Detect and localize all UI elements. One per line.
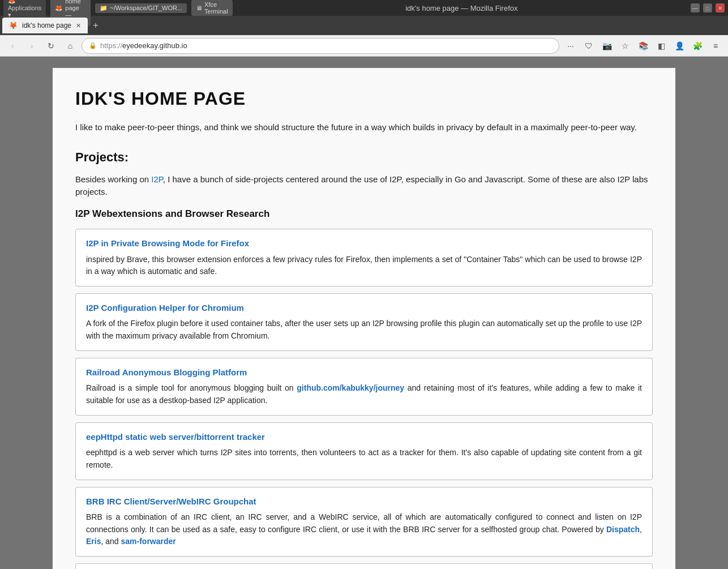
nav-right-icons: ··· 🛡 📷 ☆ 📚 ◧ 👤 🧩 ≡ <box>563 38 723 54</box>
intro-text: I like to make peer-to-peer things, and … <box>75 121 653 134</box>
addons-icon[interactable]: 🧩 <box>690 38 705 54</box>
project-card-5-title[interactable]: BRB IRC Client/Server/WebIRC Groupchat <box>86 495 256 508</box>
project-card-4: eepHttpd static web server/bittorrent tr… <box>75 422 653 480</box>
camera-icon[interactable]: 📷 <box>599 38 615 54</box>
taskbar-tab-2[interactable]: 📁 ~/Workspace/GIT_WOR... <box>95 3 187 13</box>
journey-link[interactable]: github.com/kabukky/journey <box>297 383 404 392</box>
firefox-small-icon: 🦊 <box>55 5 63 12</box>
titlebar: 🦊 Applications ▾ 🦊 idk's home page — Moz… <box>0 0 728 16</box>
home-button[interactable]: ⌂ <box>62 38 78 54</box>
terminal-icon: 🖥 <box>196 5 202 11</box>
forward-button[interactable]: › <box>24 38 40 54</box>
applications-menu[interactable]: 🦊 Applications ▾ <box>3 0 46 20</box>
sidebar-toggle-icon[interactable]: ◧ <box>653 38 669 54</box>
new-tab-button[interactable]: + <box>89 19 102 32</box>
project-card-1-desc: inspired by Brave, this browser extensio… <box>86 254 642 278</box>
bookmark-star-icon[interactable]: ☆ <box>617 38 633 54</box>
project-card-2: I2P Configuration Helper for Chromium A … <box>75 293 653 351</box>
minimize-button[interactable]: — <box>691 3 700 12</box>
webext-heading: I2P Webextensions and Browser Research <box>75 207 653 221</box>
eris-link[interactable]: Eris <box>86 537 101 546</box>
sync-icon[interactable]: 👤 <box>671 38 687 54</box>
project-card-3: Railroad Anonymous Blogging Platform Rai… <box>75 358 653 416</box>
reload-button[interactable]: ↻ <box>43 38 59 54</box>
project-card-1: I2P in Private Browsing Mode for Firefox… <box>75 229 653 286</box>
tab-close-button[interactable]: ✕ <box>76 22 81 29</box>
close-button[interactable]: ✕ <box>716 3 725 12</box>
window-title: idk's home page — Mozilla Firefox <box>233 4 691 12</box>
i2p-link[interactable]: I2P <box>151 174 163 184</box>
project-card-5: BRB IRC Client/Server/WebIRC Groupchat B… <box>75 487 653 557</box>
project-card-2-desc: A fork of the Firefox plugin before it u… <box>86 318 642 342</box>
project-card-1-title[interactable]: I2P in Private Browsing Mode for Firefox <box>86 237 249 250</box>
page-content: IDK'S HOME PAGE I like to make peer-to-p… <box>53 68 675 569</box>
window-controls: — □ ✕ <box>691 3 725 12</box>
project-card-6: Experimental I2P Jpackage Installers Jpa… <box>75 563 653 569</box>
project-card-3-desc: Railroad is a simple tool for anonymous … <box>86 382 642 407</box>
menu-button[interactable]: ≡ <box>708 38 723 54</box>
taskbar-tab-3[interactable]: 🖥 Xfce Terminal <box>191 0 233 16</box>
navbar: ‹ › ↻ ⌂ 🔒 https://eyedeekay.github.io ··… <box>0 35 728 57</box>
security-lock-icon: 🔒 <box>89 42 97 49</box>
tab-label: idk's home page <box>22 22 71 29</box>
sam-forwarder-link[interactable]: sam-forwarder <box>121 537 176 546</box>
project-card-4-title[interactable]: eepHttpd static web server/bittorrent tr… <box>86 431 265 444</box>
projects-intro: Besides working on I2P, I have a bunch o… <box>75 173 653 199</box>
browser-tab-active[interactable]: 🦊 idk's home page ✕ <box>2 18 88 33</box>
page-title: IDK'S HOME PAGE <box>75 85 653 112</box>
project-card-2-title[interactable]: I2P Configuration Helper for Chromium <box>86 302 244 315</box>
shield-icon[interactable]: 🛡 <box>581 38 597 54</box>
address-bar[interactable]: 🔒 https://eyedeekay.github.io <box>82 38 559 54</box>
page-outer: IDK'S HOME PAGE I like to make peer-to-p… <box>0 57 728 569</box>
project-card-4-desc: eephttpd is a web server which turns I2P… <box>86 447 642 471</box>
more-button[interactable]: ··· <box>563 38 579 54</box>
back-button[interactable]: ‹ <box>5 38 20 54</box>
address-url: https://eyedeekay.github.io <box>100 41 552 50</box>
maximize-button[interactable]: □ <box>703 3 712 12</box>
dispatch-link[interactable]: Dispatch <box>606 525 640 534</box>
project-card-3-title[interactable]: Railroad Anonymous Blogging Platform <box>86 366 247 379</box>
workspace-icon: 📁 <box>100 5 108 12</box>
firefox-icon: 🦊 <box>8 0 16 4</box>
project-card-5-desc: BRB is a combination of an IRC client, a… <box>86 511 642 548</box>
library-icon[interactable]: 📚 <box>635 38 651 54</box>
projects-heading: Projects: <box>75 148 653 166</box>
tab-favicon: 🦊 <box>9 22 18 29</box>
